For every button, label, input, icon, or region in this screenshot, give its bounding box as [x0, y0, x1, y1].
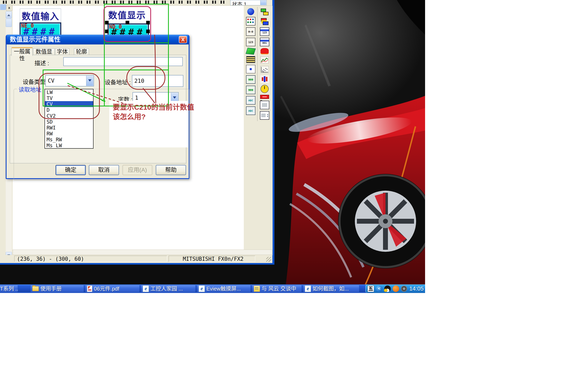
scroll-thumb[interactable] — [6, 19, 12, 27]
dropdown-option[interactable]: Ms_LW — [45, 142, 93, 149]
dialog-title: 数值显示元件属性 — [10, 36, 61, 43]
xy-scatter-icon[interactable] — [260, 66, 269, 73]
tab-numeric-display[interactable]: 数值显示 — [33, 48, 55, 55]
taskbar-item-t-series[interactable]: T系列 ... — [0, 285, 18, 292]
triangle-up-icon — [7, 13, 10, 16]
toolbar-clipped-icons[interactable] — [3, 1, 227, 4]
dropdown-option[interactable]: D — [45, 107, 93, 113]
numeric-display-icon-2[interactable]: 999 — [246, 86, 255, 94]
numeric-display-tag: ND_0 — [109, 24, 122, 30]
cancel-button[interactable]: 取消 — [89, 165, 119, 175]
function-button-icon[interactable] — [246, 48, 256, 55]
element-toolbox: H-O 123 999 999 ABC ABC 123 HO1 — [243, 6, 273, 255]
numeric-display-title[interactable]: 数值显示 — [108, 8, 146, 21]
selection-handle[interactable] — [105, 21, 109, 25]
bar-graph-icon[interactable] — [260, 75, 269, 83]
ok-button[interactable]: 确定 — [56, 165, 86, 175]
selection-handle[interactable] — [105, 30, 109, 33]
message-icon — [254, 286, 260, 292]
panel-close-button[interactable]: x — [6, 5, 12, 11]
taskbar-item-manual[interactable]: 使用手册 — [31, 285, 84, 292]
ie-icon: e — [143, 285, 149, 292]
status-bar: (236, 36) - (300, 60) MITSUBISHI FX0n/FX… — [0, 255, 272, 263]
ime-indicator[interactable]: 五 — [367, 285, 374, 292]
selection-handle[interactable] — [146, 30, 150, 33]
camera-icon[interactable] — [401, 286, 407, 292]
meter-display-icon[interactable] — [260, 85, 269, 93]
folder-icon — [32, 286, 39, 291]
annotation-question-line1: 要显示C210的当前计数值 — [113, 102, 194, 112]
trend-chart-icon[interactable] — [260, 56, 269, 64]
pdf-icon — [87, 285, 92, 292]
ie-icon: e — [305, 285, 311, 292]
state-combo[interactable]: 状态 1 — [230, 0, 267, 5]
event-display-icon[interactable] — [260, 111, 269, 120]
selection-handle[interactable] — [146, 21, 150, 25]
tab-font[interactable]: 字体 — [55, 48, 69, 55]
toolbox-divider — [257, 7, 258, 121]
dropdown-option[interactable]: SD — [45, 119, 93, 125]
dropdown-option[interactable]: RW — [45, 131, 93, 137]
device-type-dropdown-list[interactable]: LW TV CV D CV2 SD RWI RW Ms_RW Ms_LW — [44, 89, 94, 149]
top-toolbar: 状态 1 — [0, 0, 272, 6]
horizontal-scrollbar[interactable] — [13, 250, 272, 255]
moving-text-icon[interactable] — [246, 56, 255, 63]
direct-window-icon[interactable] — [260, 8, 269, 16]
numeric-display-icon[interactable]: 999 — [246, 75, 255, 84]
device-type-label: 设备类型 : — [23, 77, 49, 86]
taskbar-item-eview[interactable]: e Eview触摸屏... — [197, 285, 251, 292]
numeric-entry-icon[interactable]: 123 — [246, 38, 255, 46]
dropdown-option[interactable]: LW — [45, 89, 93, 95]
status-selection-coords: (236, 36) - (300, 60) — [14, 256, 167, 262]
device-address-input[interactable]: 210 — [132, 75, 183, 87]
dropdown-option[interactable]: RWI — [45, 125, 93, 131]
screen: 状态 1 x 数值输入 NE_0 #### 数值显示 ND_0 #### — [0, 0, 588, 367]
taskbar-item-forum[interactable]: e 工控人家园 ... — [141, 285, 195, 292]
window-switch-icon[interactable]: HO1 — [260, 38, 269, 46]
window-bit-icon[interactable] — [246, 65, 255, 73]
annotation-question: 要显示C210的当前计数值 该怎么用? — [113, 102, 194, 122]
dropdown-option[interactable]: Ms_RW — [45, 137, 93, 142]
read-address-group-label: 读取地址 — [17, 85, 43, 93]
numeric-input-title[interactable]: 数值输入 — [20, 8, 61, 23]
taskbar-item-screenshot[interactable]: e 如何截图，如... — [303, 285, 359, 292]
annotation-question-line2: 该怎么用? — [113, 112, 194, 122]
taskbar: T系列 ... 使用手册 06元件.pdf e 工控人家园 ... e Evie… — [0, 284, 425, 293]
device-type-combo[interactable]: CV — [45, 75, 94, 86]
window-numeric-icon[interactable]: 123 — [260, 27, 269, 36]
word-lamp-icon[interactable] — [246, 17, 255, 25]
bit-lamp-icon[interactable] — [247, 8, 254, 15]
ascii-display-icon[interactable]: ABC — [246, 96, 255, 105]
resize-grip[interactable] — [266, 257, 271, 262]
dropdown-option[interactable]: TV — [45, 95, 93, 101]
recipe-transfer-icon[interactable] — [260, 101, 269, 109]
device-address-label: 设备地址 : — [105, 78, 131, 86]
chevron-down-icon[interactable] — [86, 76, 93, 86]
tab-general[interactable]: 一般属性 — [11, 47, 33, 56]
help-button[interactable]: 帮助 — [156, 165, 186, 175]
apply-button[interactable]: 应用(A) — [122, 165, 152, 175]
dropdown-option[interactable]: CV2 — [45, 113, 93, 119]
ascii-entry-icon[interactable]: ABC — [246, 106, 255, 115]
system-tray: 五 < 14:05 — [365, 284, 425, 293]
numeric-input-tag: NE_0 — [21, 23, 34, 29]
alarm-display-icon[interactable] — [260, 48, 269, 54]
qq-icon[interactable] — [384, 285, 391, 292]
messenger-icon[interactable] — [393, 285, 399, 292]
chevron-down-icon[interactable] — [260, 0, 266, 5]
selection-handle[interactable] — [126, 21, 129, 25]
toggle-switch-icon[interactable]: H-O — [246, 27, 255, 36]
status-plc-type: MITSUBISHI FX0n/FX2 — [169, 256, 255, 262]
taskbar-item-chat[interactable]: 与 风云 交谈中 — [252, 285, 302, 292]
description-label: 描述 : — [35, 59, 49, 67]
indirect-window-icon[interactable] — [260, 18, 269, 25]
description-input[interactable] — [63, 57, 183, 66]
tab-outline[interactable]: 轮廓 — [74, 48, 89, 55]
panel-corner — [0, 4, 6, 10]
tray-chevron-icon[interactable]: < — [376, 285, 382, 292]
dialog-titlebar[interactable]: 数值显示元件属性 X — [7, 35, 189, 44]
close-icon[interactable]: X — [179, 36, 187, 43]
dropdown-option-selected[interactable]: CV — [45, 101, 93, 107]
taskbar-item-pdf[interactable]: 06元件.pdf — [85, 285, 139, 292]
scroll-up-button[interactable] — [6, 11, 12, 18]
